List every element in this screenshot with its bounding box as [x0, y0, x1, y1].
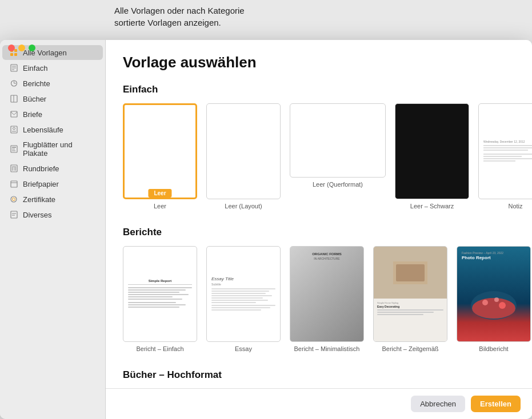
- maximize-button[interactable]: [29, 45, 35, 51]
- template-bericht-minimalistisch[interactable]: ORGANIC FORMS IN ARCHITECTURE Bericht – …: [290, 246, 364, 352]
- letter-icon: [9, 110, 18, 119]
- template-label-leer-schwarz: Leer – Schwarz: [410, 203, 454, 210]
- template-bildbericht[interactable]: Fashion Preview – April 23, 2022 Photo R…: [457, 246, 531, 352]
- template-thumb-leer-schwarz[interactable]: [395, 103, 469, 199]
- sidebar-item-buecher[interactable]: Bücher: [2, 91, 103, 106]
- template-thumb-bildbericht[interactable]: Fashion Preview – April 23, 2022 Photo R…: [457, 246, 531, 342]
- template-bericht-zeitgemass[interactable]: Simple Home Styling Easy Decorating Beri…: [373, 246, 447, 352]
- svg-point-40: [482, 300, 488, 305]
- template-notiz[interactable]: Wednesday, December 12, 2012 Notiz: [478, 103, 532, 210]
- svg-rect-3: [14, 53, 17, 56]
- svg-rect-37: [396, 264, 425, 281]
- template-label-leer-querformat: Leer (Querformat): [313, 181, 363, 188]
- sidebar-label-zertifikate: Zertifikate: [23, 195, 55, 204]
- main-content: Vorlage auswählen Einfach Leer Leer Leer…: [106, 40, 532, 419]
- sidebar-item-diverses[interactable]: Diverses: [2, 207, 103, 222]
- svg-point-39: [472, 298, 515, 319]
- resume-icon: [9, 125, 18, 134]
- sidebar-label-briefpapier: Briefpapier: [23, 180, 59, 188]
- book-icon: [9, 94, 18, 103]
- template-label-bericht-zeitgemass: Bericht – Zeitgemäß: [382, 345, 438, 352]
- sidebar: Alle Vorlagen Einfach: [0, 40, 106, 419]
- svg-rect-33: [11, 211, 17, 218]
- sidebar-label-flugblatter: Flugblätter und Plakate: [23, 140, 96, 158]
- sidebar-label-berichte: Berichte: [23, 79, 50, 88]
- template-leer-querformat[interactable]: Leer (Querformat): [290, 103, 386, 210]
- stationery-icon: [9, 179, 18, 188]
- page-title: Vorlage auswählen: [123, 54, 515, 71]
- leer-badge: Leer: [148, 189, 171, 198]
- sidebar-item-briefe[interactable]: Briefe: [2, 107, 103, 122]
- certificate-icon: [9, 195, 18, 204]
- sidebar-label-einfach: Einfach: [23, 64, 47, 72]
- template-thumb-notiz[interactable]: Wednesday, December 12, 2012: [478, 103, 532, 199]
- flyer-icon: [9, 144, 18, 154]
- template-label-bericht-einfach: Bericht – Einfach: [136, 345, 183, 352]
- berichte-templates-grid: Simple Report: [123, 246, 515, 352]
- close-button[interactable]: [8, 45, 15, 51]
- template-thumb-bericht-zeitgemass[interactable]: Simple Home Styling Easy Decorating: [373, 246, 447, 342]
- template-thumb-essay[interactable]: Essay Title Subtitle: [206, 246, 281, 342]
- sidebar-item-berichte[interactable]: Berichte: [2, 76, 103, 91]
- template-leer[interactable]: Leer Leer: [123, 103, 197, 210]
- template-thumb-leer[interactable]: Leer: [123, 103, 197, 199]
- report-icon: [9, 79, 18, 88]
- traffic-lights: [8, 45, 35, 51]
- template-label-bildbericht: Bildbericht: [479, 345, 508, 352]
- section-berichte: Berichte Simple Report: [123, 227, 515, 352]
- template-bericht-einfach[interactable]: Simple Report: [123, 246, 197, 352]
- template-thumb-bericht-einfach[interactable]: Simple Report: [123, 246, 197, 342]
- sidebar-item-lebenslaufe[interactable]: Lebensläufe: [2, 122, 103, 137]
- sidebar-label-diverses: Diverses: [23, 211, 52, 219]
- template-leer-layout[interactable]: Leer (Layout): [206, 103, 281, 210]
- sidebar-item-zertifikate[interactable]: Zertifikate: [2, 192, 103, 207]
- sidebar-label-lebenslaufe: Lebensläufe: [23, 126, 63, 134]
- svg-rect-21: [11, 165, 17, 172]
- svg-point-31: [11, 196, 17, 202]
- template-label-leer: Leer: [154, 203, 166, 210]
- svg-rect-29: [11, 181, 17, 187]
- main-window: Alle Vorlagen Einfach: [0, 40, 532, 419]
- template-thumb-bericht-minimalistisch[interactable]: ORGANIC FORMS IN ARCHITECTURE: [290, 246, 364, 342]
- template-thumb-leer-querformat[interactable]: [290, 103, 386, 178]
- template-leer-schwarz[interactable]: Leer – Schwarz: [395, 103, 469, 210]
- svg-point-32: [13, 198, 15, 201]
- template-label-notiz: Notiz: [508, 203, 522, 210]
- template-label-essay: Essay: [235, 345, 252, 352]
- section-einfach: Einfach Leer Leer Leer (Layout): [123, 84, 515, 210]
- sidebar-label-briefe: Briefe: [23, 110, 42, 119]
- section-title-buecher: Bücher – Hochformat: [123, 369, 515, 381]
- section-title-berichte: Berichte: [123, 227, 515, 238]
- create-button[interactable]: Erstellen: [471, 396, 521, 412]
- annotation: Alle Vorlagen oder nach Kategorie sortie…: [114, 5, 245, 29]
- cancel-button[interactable]: Abbrechen: [411, 396, 465, 412]
- sidebar-item-einfach[interactable]: Einfach: [2, 61, 103, 75]
- misc-icon: [9, 210, 18, 219]
- template-label-leer-layout: Leer (Layout): [225, 203, 262, 210]
- einfach-templates-grid: Leer Leer Leer (Layout) Leer (Querformat…: [123, 103, 515, 210]
- svg-point-15: [13, 127, 15, 130]
- doc-icon: [9, 63, 18, 72]
- newsletter-icon: [9, 164, 18, 173]
- svg-point-42: [499, 302, 506, 309]
- sidebar-label-rundbriefe: Rundbriefe: [23, 164, 59, 173]
- svg-rect-2: [10, 53, 13, 56]
- template-label-bericht-minimalistisch: Bericht – Minimalistisch: [294, 345, 360, 352]
- template-essay[interactable]: Essay Title Subtitle: [206, 246, 281, 352]
- svg-rect-13: [11, 111, 17, 117]
- sidebar-item-briefpapier[interactable]: Briefpapier: [2, 176, 103, 191]
- minimize-button[interactable]: [18, 45, 25, 51]
- sidebar-item-flugblatter[interactable]: Flugblätter und Plakate: [2, 138, 103, 160]
- template-thumb-leer-layout[interactable]: [206, 103, 281, 199]
- sidebar-label-buecher: Bücher: [23, 95, 46, 103]
- svg-point-41: [494, 297, 499, 302]
- sidebar-item-rundbriefe[interactable]: Rundbriefe: [2, 161, 103, 176]
- footer: Abbrechen Erstellen: [106, 388, 532, 419]
- section-title-einfach: Einfach: [123, 84, 515, 95]
